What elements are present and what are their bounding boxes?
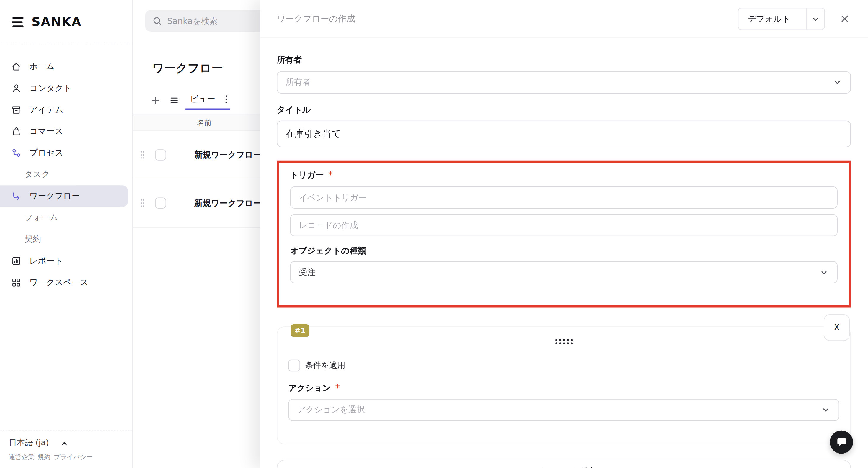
object-type-label: オブジェクトの種類 [290, 246, 838, 255]
row-name[interactable]: 新規ワークフロー [194, 149, 261, 160]
sidebar-item-label: プロセス [29, 148, 63, 159]
drag-handle-icon[interactable] [140, 151, 144, 159]
sidebar-item-label: コマース [29, 126, 63, 137]
home-icon [11, 61, 22, 72]
action-select[interactable]: アクションを選択 [288, 399, 839, 421]
condition-row: 条件を適用 [288, 360, 839, 371]
chevron-down-icon[interactable] [806, 8, 824, 29]
sidebar-item-workspace[interactable]: ワークスペース [0, 272, 132, 293]
step-number-badge: #1 [290, 324, 309, 337]
sidebar-item-contacts[interactable]: コンタクト [0, 77, 132, 99]
sidebar-item-items[interactable]: アイテム [0, 99, 132, 121]
trigger-label: トリガー * [290, 171, 838, 180]
view-tab-label: ビュー [190, 94, 215, 105]
sidebar-item-forms[interactable]: フォーム [0, 207, 132, 228]
sidebar-footer: 日本語 (ja) 運営企業 規約 プライバシー [0, 431, 132, 468]
chevron-down-icon [833, 77, 842, 87]
legal-link-privacy[interactable]: プライバシー [54, 453, 93, 462]
language-label: 日本語 (ja) [9, 438, 49, 448]
action-select-placeholder: アクションを選択 [297, 405, 365, 415]
sidebar-item-label: 契約 [25, 234, 41, 245]
close-icon[interactable] [838, 12, 851, 25]
list-view-icon[interactable] [166, 90, 181, 110]
workflow-arrow-icon [11, 191, 22, 202]
drag-handle-icon[interactable] [140, 199, 144, 207]
owner-label: 所有者 [277, 56, 851, 65]
sidebar-item-label: レポート [29, 256, 63, 266]
chevron-down-icon [821, 405, 831, 414]
preset-dropdown-value: デフォルト [738, 8, 806, 29]
chevron-up-icon [60, 438, 69, 447]
add-action-button[interactable]: アクションを追加 [277, 460, 851, 468]
drag-dots-icon[interactable] [288, 327, 839, 345]
preset-dropdown[interactable]: デフォルト [738, 8, 825, 30]
sidebar-item-process[interactable]: プロセス [0, 142, 132, 164]
condition-checkbox[interactable] [288, 360, 300, 371]
sidebar-item-label: フォーム [25, 212, 58, 223]
sidebar-item-reports[interactable]: レポート [0, 250, 132, 272]
process-icon [11, 148, 22, 159]
panel-title: ワークフローの作成 [277, 13, 355, 25]
sidebar-item-commerce[interactable]: コマース [0, 121, 132, 142]
required-asterisk: * [335, 383, 340, 393]
legal-link-terms[interactable]: 規約 [38, 453, 51, 462]
record-create-input[interactable] [290, 214, 838, 236]
column-header-name: 名前 [197, 118, 212, 128]
owner-select-placeholder: 所有者 [286, 77, 311, 88]
event-trigger-input[interactable] [290, 186, 838, 208]
sidebar-item-label: タスク [25, 169, 50, 180]
sidebar-item-tasks[interactable]: タスク [0, 164, 132, 185]
legal-links: 運営企業 規約 プライバシー [9, 453, 123, 462]
language-selector[interactable]: 日本語 (ja) [9, 438, 123, 448]
title-input[interactable] [277, 121, 851, 147]
archive-icon [11, 104, 22, 115]
sidebar-item-label: ホーム [29, 61, 55, 72]
owner-select[interactable]: 所有者 [277, 71, 851, 93]
shopping-bag-icon [11, 126, 22, 137]
action-label: アクション * [288, 383, 839, 393]
remove-step-button[interactable]: X [824, 314, 850, 341]
row-checkbox[interactable] [155, 197, 166, 209]
sidebar-item-label: アイテム [29, 104, 63, 115]
sanka-logo-icon [11, 15, 26, 28]
sidebar-item-label: ワークスペース [29, 277, 88, 288]
sidebar-nav: ホーム コンタクト アイテム コマース [0, 44, 132, 293]
kebab-menu-icon[interactable] [225, 95, 228, 104]
sidebar-item-label: コンタクト [29, 83, 72, 94]
app: SANKA ホーム コンタクト アイテム [0, 0, 868, 468]
page-title: ワークフロー [152, 60, 223, 76]
required-asterisk: * [328, 171, 333, 180]
object-type-value: 受注 [299, 267, 316, 278]
sidebar-item-workflow[interactable]: ワークフロー [0, 185, 128, 207]
panel-body: 所有者 所有者 タイトル トリガー * オブジェクトの種類 [260, 56, 868, 468]
row-name[interactable]: 新規ワークフロー [194, 198, 261, 208]
action-step-card: #1 X 条件を適用 アクション * アクションを選択 [277, 326, 851, 444]
chat-launcher-button[interactable] [830, 431, 853, 454]
sidebar-item-label: ワークフロー [29, 191, 80, 202]
row-checkbox[interactable] [155, 149, 166, 161]
legal-link-company[interactable]: 運営企業 [9, 453, 34, 462]
list-toolbar: ビュー [148, 90, 230, 110]
object-type-select[interactable]: 受注 [290, 261, 838, 283]
chevron-down-icon [819, 268, 829, 277]
report-chart-icon [11, 256, 22, 266]
logo-text: SANKA [32, 15, 82, 29]
title-label: タイトル [277, 105, 851, 114]
chat-bubble-icon [836, 437, 847, 447]
sidebar-item-home[interactable]: ホーム [0, 56, 132, 77]
sidebar-item-contracts[interactable]: 契約 [0, 228, 132, 250]
tab-view[interactable]: ビュー [185, 90, 230, 110]
grid-icon [11, 277, 22, 288]
trigger-highlight-box: トリガー * オブジェクトの種類 受注 [277, 161, 851, 308]
condition-label: 条件を適用 [305, 360, 345, 371]
create-workflow-panel: ワークフローの作成 デフォルト 所有者 所有者 タ [260, 0, 868, 468]
sidebar: SANKA ホーム コンタクト アイテム [0, 0, 133, 468]
panel-header: ワークフローの作成 デフォルト [260, 0, 868, 38]
logo[interactable]: SANKA [0, 0, 132, 44]
add-view-button[interactable] [148, 90, 162, 110]
person-icon [11, 83, 22, 94]
search-icon [152, 15, 162, 26]
